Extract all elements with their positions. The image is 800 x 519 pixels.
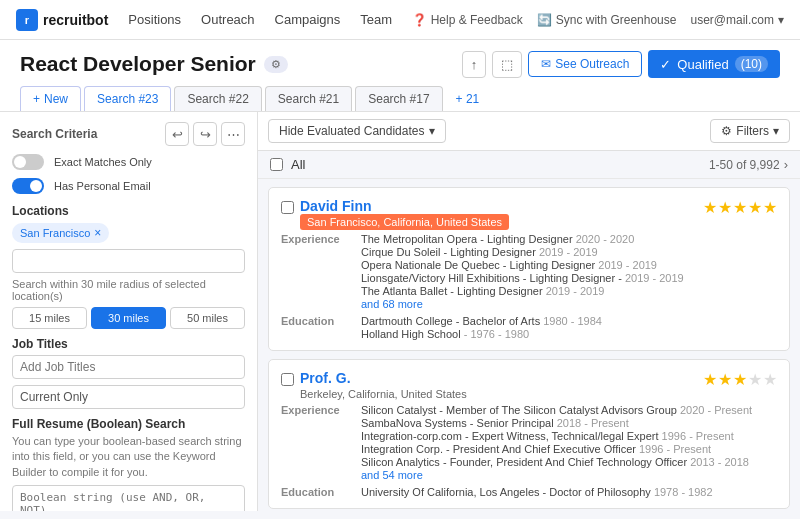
boolean-input[interactable] xyxy=(12,485,245,511)
help-feedback-btn[interactable]: ❓ Help & Feedback xyxy=(412,13,523,27)
nav-link-positions[interactable]: Positions xyxy=(128,12,181,27)
location-chip[interactable]: San Francisco × xyxy=(12,223,109,243)
plus-icon: + xyxy=(33,92,40,106)
distance-15[interactable]: 15 miles xyxy=(12,307,87,329)
search-criteria-label: Search Criteria xyxy=(12,127,97,141)
nav-logo: r recruitbot xyxy=(16,9,108,31)
results-count: 1-50 of 9,992 xyxy=(709,158,780,172)
filter-chevron: ▾ xyxy=(773,124,779,138)
experience-section-label-0: Experience xyxy=(281,233,351,310)
undo-button[interactable]: ↩ xyxy=(165,122,189,146)
chevron-down-icon: ▾ xyxy=(778,13,784,27)
sync-icon: 🔄 xyxy=(537,13,552,27)
filter-icon: ⚙ xyxy=(721,124,732,138)
boolean-search-desc: You can type your boolean-based search s… xyxy=(12,434,245,480)
star-empty-4: ★ xyxy=(748,370,762,389)
see-outreach-button[interactable]: ✉ See Outreach xyxy=(528,51,642,77)
star-5: ★ xyxy=(763,198,777,217)
logo-text: recruitbot xyxy=(43,12,108,28)
candidate-card: David Finn San Francisco, California, Un… xyxy=(268,187,790,351)
more-options-button[interactable]: ⋯ xyxy=(221,122,245,146)
hide-evaluated-button[interactable]: Hide Evaluated Candidates ▾ xyxy=(268,119,446,143)
tabs-row: + New Search #23 Search #22 Search #21 S… xyxy=(20,86,780,111)
star-2: ★ xyxy=(718,198,732,217)
current-only-select[interactable]: Current Only xyxy=(12,385,245,409)
candidate-name-0[interactable]: David Finn xyxy=(300,198,509,214)
tab-search-17[interactable]: Search #17 xyxy=(355,86,442,111)
candidate-card-2: Prof. G. Berkeley, California, United St… xyxy=(268,359,790,509)
logo-icon: r xyxy=(16,9,38,31)
candidate-stars-0[interactable]: ★ ★ ★ ★ ★ xyxy=(703,198,777,217)
star-4: ★ xyxy=(748,198,762,217)
nav-link-outreach[interactable]: Outreach xyxy=(201,12,254,27)
page-title: React Developer Senior xyxy=(20,52,256,76)
sync-greenhouse-btn[interactable]: 🔄 Sync with Greenhouse xyxy=(537,13,677,27)
location-input[interactable] xyxy=(12,249,245,273)
select-all-checkbox[interactable] xyxy=(270,158,283,171)
location-chip-text: San Francisco xyxy=(20,227,90,239)
locations-label: Locations xyxy=(12,204,245,218)
navbar: r recruitbot Positions Outreach Campaign… xyxy=(0,0,800,40)
boolean-search-label: Full Resume (Boolean) Search xyxy=(12,417,245,431)
candidate-checkbox-1[interactable] xyxy=(281,373,294,386)
nav-right: ❓ Help & Feedback 🔄 Sync with Greenhouse… xyxy=(412,13,784,27)
outreach-icon: ✉ xyxy=(541,57,551,71)
qualified-button[interactable]: ✓ Qualified (10) xyxy=(648,50,780,78)
nav-link-campaigns[interactable]: Campaigns xyxy=(275,12,341,27)
tab-search-23[interactable]: Search #23 xyxy=(84,86,171,111)
education-section-label-1: Education xyxy=(281,486,351,498)
star-empty-5: ★ xyxy=(763,370,777,389)
nav-link-team[interactable]: Team xyxy=(360,12,392,27)
star-2: ★ xyxy=(718,370,732,389)
distance-30[interactable]: 30 miles xyxy=(91,307,166,329)
star-1: ★ xyxy=(703,370,717,389)
distance-50[interactable]: 50 miles xyxy=(170,307,245,329)
star-1: ★ xyxy=(703,198,717,217)
content-area: Hide Evaluated Candidates ▾ ⚙ Filters ▾ … xyxy=(258,112,800,511)
education-section-label-0: Education xyxy=(281,315,351,340)
page-header: React Developer Senior ⚙ ↑ ⬚ ✉ See Outre… xyxy=(0,40,800,112)
results-next-icon[interactable]: › xyxy=(784,157,788,172)
candidate-location-0: San Francisco, California, United States xyxy=(300,214,509,230)
candidate-stars-1[interactable]: ★ ★ ★ ★ ★ xyxy=(703,370,777,389)
chevron-down-icon: ▾ xyxy=(429,124,435,138)
personal-email-label: Has Personal Email xyxy=(54,180,151,192)
remove-location-icon[interactable]: × xyxy=(94,226,101,240)
user-menu[interactable]: user@mail.com ▾ xyxy=(690,13,784,27)
tab-more[interactable]: + 21 xyxy=(446,87,490,111)
qualified-icon: ✓ xyxy=(660,57,671,72)
star-3: ★ xyxy=(733,198,747,217)
exp-more-1[interactable]: and 54 more xyxy=(361,469,777,481)
all-label: All xyxy=(291,157,709,172)
candidate-name-1[interactable]: Prof. G. xyxy=(300,370,467,386)
title-badge[interactable]: ⚙ xyxy=(264,56,288,73)
experience-section-label-1: Experience xyxy=(281,404,351,481)
qualified-count: (10) xyxy=(735,56,768,72)
star-3: ★ xyxy=(733,370,747,389)
candidate-location-1: Berkeley, California, United States xyxy=(300,388,467,400)
tab-search-21[interactable]: Search #21 xyxy=(265,86,352,111)
exact-matches-label: Exact Matches Only xyxy=(54,156,152,168)
candidate-checkbox-0[interactable] xyxy=(281,201,294,214)
distance-options: 15 miles 30 miles 50 miles xyxy=(12,307,245,329)
tab-search-22[interactable]: Search #22 xyxy=(174,86,261,111)
redo-button[interactable]: ↪ xyxy=(193,122,217,146)
sidebar: Search Criteria ↩ ↪ ⋯ Exact Matches Only… xyxy=(0,112,258,511)
job-titles-label: Job Titles xyxy=(12,337,245,351)
share-button[interactable]: ↑ xyxy=(462,51,487,78)
nav-links: Positions Outreach Campaigns Team xyxy=(128,12,411,27)
exact-matches-toggle[interactable] xyxy=(12,154,44,170)
exp-more-0[interactable]: and 68 more xyxy=(361,298,777,310)
job-titles-input[interactable] xyxy=(12,355,245,379)
help-icon: ❓ xyxy=(412,13,427,27)
tab-new[interactable]: + New xyxy=(20,86,81,111)
search-within-note: Search within 30 mile radius of selected… xyxy=(12,278,245,302)
download-button[interactable]: ⬚ xyxy=(492,51,522,78)
filters-button[interactable]: ⚙ Filters ▾ xyxy=(710,119,790,143)
personal-email-toggle[interactable] xyxy=(12,178,44,194)
